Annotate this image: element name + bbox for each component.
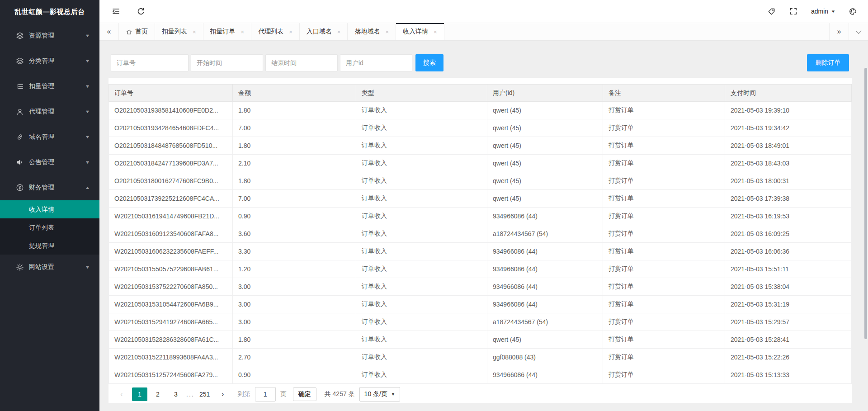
fullscreen-icon[interactable] [789, 7, 797, 15]
list-icon [15, 82, 24, 91]
pagination-page-3[interactable]: 3 [168, 387, 184, 401]
tab-home[interactable]: 首页 [119, 23, 155, 40]
search-field-开始时间[interactable] [191, 54, 263, 71]
table-cell: 934966086 (44) [487, 243, 603, 260]
table-row[interactable]: W202105031609123540608FAFA8...3.60订单收入a1… [109, 225, 852, 243]
chevron-down-icon: ▼ [85, 265, 90, 269]
main-area: admin ▼ « 首页 [99, 0, 868, 411]
close-icon[interactable]: × [434, 28, 437, 35]
table-row[interactable]: W202105031550575229608FAB61...1.20订单收入93… [109, 260, 852, 278]
pagination-next-button[interactable]: › [215, 387, 231, 401]
pagination-prev-button[interactable]: ‹ [114, 387, 129, 401]
tab-收入详情[interactable]: 收入详情× [396, 23, 444, 40]
table-cell: 订单收入 [356, 119, 487, 137]
table-cell: 2021-05-03 15:28:41 [725, 331, 852, 349]
page-size-select[interactable]: 10 条/页▼ [359, 387, 400, 402]
tag-icon[interactable] [767, 7, 776, 16]
layers-icon [15, 31, 24, 40]
search-button[interactable]: 搜索 [415, 54, 443, 71]
menu-collapse-icon[interactable] [111, 7, 120, 16]
table-cell: 7.00 [233, 190, 356, 208]
search-field-订单号[interactable] [111, 54, 189, 71]
chevron-down-icon: ▼ [830, 9, 835, 14]
table-row[interactable]: W202105031606232235608FAEFF...3.30订单收入93… [109, 243, 852, 260]
close-icon[interactable]: × [193, 28, 196, 35]
tab-入口域名[interactable]: 入口域名× [300, 23, 348, 40]
search-field-结束时间[interactable] [265, 54, 338, 71]
tabbar-right-controls: » [829, 23, 868, 40]
table-row[interactable]: W202105031528286328608FA61C...1.80订单收入qw… [109, 331, 852, 349]
page-scrollbar[interactable] [864, 68, 867, 339]
sidebar-item-域名管理[interactable]: 域名管理▼ [0, 124, 99, 150]
table-cell: 1.80 [233, 137, 356, 155]
sidebar-subitem-订单列表[interactable]: 订单列表 [0, 218, 99, 236]
sidebar-item-资源管理[interactable]: 资源管理▼ [0, 23, 99, 48]
table-cell: W202105031528286328608FA61C... [109, 331, 233, 349]
close-icon[interactable]: × [289, 28, 292, 35]
table-cell: 订单收入 [356, 225, 487, 243]
table-card: 订单号金额类型用户(id)备注支付时间 O2021050319385814106… [108, 78, 852, 403]
table-row[interactable]: O202105031800162747608FC9B0...1.80订单收入qw… [109, 172, 852, 190]
table-cell: 订单收入 [356, 243, 487, 260]
table-cell: 3.00 [233, 296, 356, 313]
pagination-page-2[interactable]: 2 [150, 387, 165, 401]
user-menu[interactable]: admin ▼ [811, 8, 835, 15]
table-cell: 打赏订单 [603, 331, 725, 349]
sidebar-item-代理管理[interactable]: 代理管理▼ [0, 99, 99, 124]
table-row[interactable]: O202105031848487685608FD510...1.80订单收入qw… [109, 137, 852, 155]
table-row[interactable]: W202105031529419274608FA665...3.00订单收入a1… [109, 313, 852, 331]
table-cell: 2021-05-03 15:29:57 [725, 313, 852, 331]
column-header: 用户(id) [487, 85, 603, 102]
sidebar-item-网站设置[interactable]: 网站设置▼ [0, 255, 99, 280]
content-area: 搜索 删除订单 订单号金额类型用户(id)备注支付时间 O20210503193… [99, 41, 868, 411]
table-row[interactable]: O202105031739225212608FC4CA...7.00订单收入qw… [109, 190, 852, 208]
table-cell: 打赏订单 [603, 155, 725, 172]
tabs-scroll-right-button[interactable]: » [829, 23, 849, 40]
table-row[interactable]: W202105031512572445608FA279...0.90订单收入93… [109, 366, 852, 384]
table-row[interactable]: W202105031537522270608FA850...3.00订单收入93… [109, 278, 852, 296]
pagination-page-251[interactable]: 251 [197, 387, 212, 401]
tab-扣量列表[interactable]: 扣量列表× [155, 23, 203, 40]
table-cell: qwert (45) [487, 119, 603, 137]
sidebar-item-财务管理[interactable]: 财务管理▲ [0, 175, 99, 200]
table-row[interactable]: W202105031522118993608FA4A3...2.70订单收入gg… [109, 349, 852, 366]
speaker-icon [15, 158, 24, 167]
table-body: O202105031938581410608FE0D2...1.80订单收入qw… [109, 102, 852, 384]
tabs-menu-button[interactable] [849, 23, 868, 40]
table-cell: 打赏订单 [603, 172, 725, 190]
tabs-scroll-left-button[interactable]: « [99, 23, 119, 40]
pagination-confirm-button[interactable]: 确定 [293, 387, 316, 401]
tab-落地域名[interactable]: 落地域名× [348, 23, 396, 40]
close-icon[interactable]: × [337, 28, 341, 35]
pagination-goto-input[interactable] [255, 387, 276, 402]
tab-label: 扣量列表 [162, 28, 187, 36]
sidebar-subitem-收入详情[interactable]: 收入详情 [0, 200, 99, 218]
table-row[interactable]: O202105031934284654608FDFC4...7.00订单收入qw… [109, 119, 852, 137]
table-cell: 订单收入 [356, 137, 487, 155]
refresh-icon[interactable] [137, 7, 145, 16]
table-cell: W202105031522118993608FA4A3... [109, 349, 233, 366]
search-field-用户id[interactable] [340, 54, 412, 71]
tabs-list: 扣量列表×扣量订单×代理列表×入口域名×落地域名×收入详情× [155, 23, 444, 40]
column-header: 备注 [603, 85, 725, 102]
pagination-page-1[interactable]: 1 [132, 387, 147, 401]
close-icon[interactable]: × [385, 28, 389, 35]
table-row[interactable]: O202105031842477139608FD3A7...2.10订单收入qw… [109, 155, 852, 172]
column-header: 支付时间 [725, 85, 852, 102]
table-row[interactable]: W202105031619414749608FB21D...0.90订单收入93… [109, 208, 852, 225]
tab-代理列表[interactable]: 代理列表× [251, 23, 300, 40]
close-icon[interactable]: × [241, 28, 245, 35]
sidebar-item-公告管理[interactable]: 公告管理▼ [0, 150, 99, 175]
chevron-down-icon: ▼ [85, 160, 90, 165]
sidebar-subitem-提现管理[interactable]: 提现管理 [0, 236, 99, 255]
sidebar-item-label: 分类管理 [29, 57, 54, 65]
sidebar-item-扣量管理[interactable]: 扣量管理▼ [0, 74, 99, 99]
sidebar-item-分类管理[interactable]: 分类管理▼ [0, 48, 99, 74]
table-row[interactable]: W202105031531054472608FA6B9...3.00订单收入93… [109, 296, 852, 313]
table-cell: 0.90 [233, 208, 356, 225]
page-size-value: 10 条/页 [364, 390, 387, 398]
table-row[interactable]: O202105031938581410608FE0D2...1.80订单收入qw… [109, 102, 852, 119]
delete-order-button[interactable]: 删除订单 [807, 54, 849, 71]
tab-扣量订单[interactable]: 扣量订单× [203, 23, 252, 40]
palette-icon[interactable] [849, 7, 857, 16]
